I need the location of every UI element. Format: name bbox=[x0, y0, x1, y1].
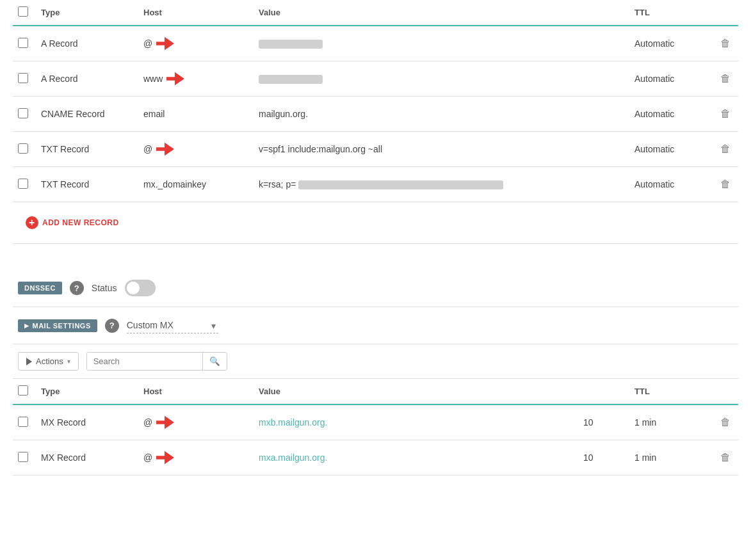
toggle-slider bbox=[125, 280, 156, 296]
table-row: MX Record @ mxb.mailgun.org. 10 1 min bbox=[13, 404, 738, 440]
record-type: MX Record bbox=[36, 440, 138, 476]
trash-icon: 🗑 bbox=[720, 108, 731, 120]
record-type: TXT Record bbox=[36, 167, 138, 202]
col-host-2: Host bbox=[138, 379, 254, 404]
host-value: @ bbox=[143, 38, 152, 49]
host-value: @ bbox=[143, 452, 152, 463]
col-ttl-1: TTL bbox=[629, 0, 706, 26]
actions-toolbar: Actions ▾ 🔍 bbox=[13, 344, 738, 379]
delete-button[interactable]: 🗑 bbox=[718, 141, 733, 157]
mail-settings-help-icon[interactable]: ? bbox=[105, 319, 119, 333]
mail-settings-tag: MAIL SETTINGS bbox=[18, 319, 97, 332]
add-record-row: + ADD NEW RECORD bbox=[13, 202, 738, 244]
mail-settings-section: MAIL SETTINGS ? Custom MX Forward to Ema… bbox=[13, 307, 738, 344]
row-checkbox[interactable] bbox=[18, 108, 28, 118]
dnssec-tag: DNSSEC bbox=[18, 282, 62, 294]
row-checkbox[interactable] bbox=[18, 452, 28, 462]
record-type: MX Record bbox=[36, 404, 138, 440]
red-arrow-icon bbox=[156, 415, 174, 429]
svg-marker-3 bbox=[156, 416, 174, 429]
row-checkbox[interactable] bbox=[18, 143, 28, 154]
record-ttl: 1 min bbox=[629, 404, 706, 440]
host-value: email bbox=[143, 109, 165, 119]
col-value-1: Value bbox=[254, 0, 629, 26]
delete-button[interactable]: 🗑 bbox=[718, 176, 733, 193]
delete-button[interactable]: 🗑 bbox=[718, 70, 733, 87]
search-button[interactable]: 🔍 bbox=[202, 353, 227, 370]
search-icon: 🔍 bbox=[209, 356, 220, 366]
select-all-checkbox-1[interactable] bbox=[18, 6, 28, 17]
custom-mx-dropdown[interactable]: Custom MX Forward to Email Google Worksp… bbox=[127, 317, 218, 333]
search-input[interactable] bbox=[87, 353, 202, 370]
row-checkbox[interactable] bbox=[18, 179, 28, 189]
play-icon bbox=[26, 358, 32, 365]
record-type: A Record bbox=[36, 26, 138, 61]
host-value: @ bbox=[143, 417, 152, 428]
table-row: A Record @ Automatic 🗑 bbox=[13, 26, 738, 61]
dnssec-status-label: Status bbox=[92, 283, 117, 293]
mx-value-link[interactable]: mxb.mailgun.org. bbox=[259, 417, 327, 428]
trash-icon: 🗑 bbox=[720, 73, 731, 84]
caret-down-icon: ▾ bbox=[67, 358, 70, 365]
record-value: v=spf1 include:mailgun.org ~all bbox=[254, 132, 629, 167]
red-arrow-icon bbox=[156, 36, 174, 51]
host-value: www bbox=[143, 74, 163, 84]
priority-value: 10 bbox=[578, 404, 629, 440]
search-box: 🔍 bbox=[86, 352, 227, 371]
col-type-1: Type bbox=[36, 0, 138, 26]
table-row: TXT Record @ v=spf1 include:mailgun.org … bbox=[13, 132, 738, 167]
record-ttl: Automatic bbox=[629, 132, 706, 167]
host-value: mx._domainkey bbox=[143, 179, 206, 189]
delete-button[interactable]: 🗑 bbox=[718, 449, 733, 466]
col-host-1: Host bbox=[138, 0, 254, 26]
dns-records-table: Type Host Value TTL A Record @ bbox=[13, 0, 738, 202]
record-value: mxb.mailgun.org. bbox=[254, 404, 578, 440]
mx-records-table: Type Host Value TTL MX Record @ bbox=[13, 379, 738, 476]
record-ttl: Automatic bbox=[629, 167, 706, 202]
trash-icon: 🗑 bbox=[720, 179, 731, 190]
svg-marker-0 bbox=[156, 37, 174, 51]
trash-icon: 🗑 bbox=[720, 38, 731, 49]
priority-value: 10 bbox=[578, 440, 629, 476]
record-value bbox=[254, 61, 629, 97]
record-ttl: Automatic bbox=[629, 26, 706, 61]
record-value: mxa.mailgun.org. bbox=[254, 440, 578, 476]
record-type: CNAME Record bbox=[36, 97, 138, 132]
dnssec-help-icon[interactable]: ? bbox=[70, 281, 84, 295]
row-checkbox[interactable] bbox=[18, 38, 28, 48]
dnssec-toggle[interactable] bbox=[125, 280, 156, 296]
mx-value-link[interactable]: mxa.mailgun.org. bbox=[259, 452, 327, 463]
actions-label: Actions bbox=[36, 356, 63, 366]
col-type-2: Type bbox=[36, 379, 138, 404]
delete-button[interactable]: 🗑 bbox=[718, 414, 733, 431]
host-value: @ bbox=[143, 144, 152, 154]
svg-marker-1 bbox=[166, 72, 184, 86]
red-arrow-icon bbox=[156, 142, 174, 156]
svg-marker-4 bbox=[156, 451, 174, 465]
svg-marker-2 bbox=[156, 143, 174, 156]
col-priority bbox=[578, 379, 629, 404]
delete-button[interactable]: 🗑 bbox=[718, 106, 733, 122]
trash-icon: 🗑 bbox=[720, 452, 731, 463]
red-arrow-icon bbox=[166, 72, 184, 86]
record-value: k=rsa; p= bbox=[254, 167, 629, 202]
select-all-checkbox-2[interactable] bbox=[18, 385, 28, 396]
col-ttl-2: TTL bbox=[629, 379, 706, 404]
record-ttl: Automatic bbox=[629, 61, 706, 97]
add-new-record-button[interactable]: + ADD NEW RECORD bbox=[18, 212, 127, 233]
mail-settings-select[interactable]: Custom MX Forward to Email Google Worksp… bbox=[127, 317, 218, 333]
red-arrow-icon bbox=[156, 451, 174, 465]
actions-button[interactable]: Actions ▾ bbox=[18, 352, 79, 371]
record-value bbox=[254, 26, 629, 61]
trash-icon: 🗑 bbox=[720, 143, 731, 155]
dnssec-section: DNSSEC ? Status bbox=[13, 269, 738, 307]
record-ttl: Automatic bbox=[629, 97, 706, 132]
row-checkbox[interactable] bbox=[18, 417, 28, 427]
trash-icon: 🗑 bbox=[720, 417, 731, 428]
col-value-2: Value bbox=[254, 379, 578, 404]
table-row: MX Record @ mxa.mailgun.org. 10 1 min bbox=[13, 440, 738, 476]
delete-button[interactable]: 🗑 bbox=[718, 35, 733, 52]
plus-circle-icon: + bbox=[26, 216, 38, 229]
row-checkbox[interactable] bbox=[18, 73, 28, 83]
record-ttl: 1 min bbox=[629, 440, 706, 476]
